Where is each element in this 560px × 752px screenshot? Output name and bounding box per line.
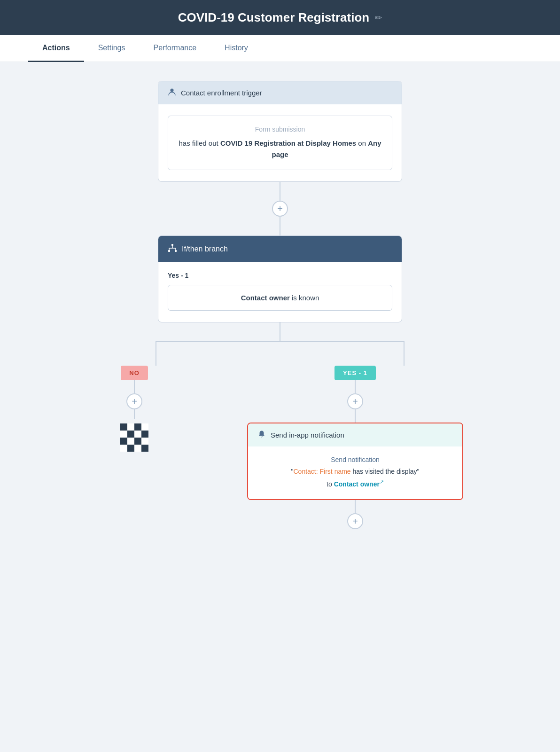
svg-rect-14	[134, 431, 141, 438]
svg-point-0	[171, 89, 174, 92]
to-text: to	[327, 480, 334, 487]
trigger-card-body: Form submission has filled out COVID 19 …	[158, 104, 402, 181]
svg-rect-20	[120, 445, 127, 452]
bottom-add-area: +	[347, 500, 363, 529]
svg-rect-15	[141, 431, 148, 438]
branches-container: NO +	[87, 366, 473, 529]
add-button-1[interactable]: +	[272, 201, 288, 217]
notif-send-label: Send notification	[257, 456, 453, 463]
svg-rect-18	[134, 438, 141, 445]
yes-badge: YES - 1	[334, 366, 376, 380]
connector-line-1	[280, 182, 280, 201]
svg-rect-10	[134, 423, 141, 431]
contact-first-name: Contact: First name	[294, 468, 351, 475]
branch-header-label: If/then branch	[182, 245, 228, 253]
branch-verticals	[87, 342, 473, 366]
trigger-card-header: Contact enrollment trigger	[158, 81, 402, 104]
svg-rect-17	[127, 438, 134, 445]
trigger-card: Contact enrollment trigger Form submissi…	[158, 81, 402, 182]
tab-actions[interactable]: Actions	[28, 35, 84, 62]
connector-line-3	[280, 322, 280, 341]
edit-icon[interactable]: ✏	[375, 13, 382, 23]
form-text-1: has filled out	[179, 139, 220, 147]
no-connector-2	[134, 409, 135, 419]
notif-header-label: Send in-app notification	[271, 431, 344, 439]
svg-rect-23	[141, 445, 148, 452]
notif-card-header: Send in-app notification	[248, 423, 462, 446]
add-button-yes[interactable]: +	[347, 393, 363, 409]
svg-rect-19	[141, 438, 148, 445]
form-text-2: on	[356, 139, 368, 147]
no-badge: NO	[121, 366, 148, 380]
add-button-bottom[interactable]: +	[347, 513, 363, 529]
nav-tabs: Actions Settings Performance History	[0, 35, 560, 62]
person-icon	[168, 88, 176, 98]
yes-connector-1	[355, 380, 356, 393]
svg-rect-1	[171, 244, 173, 246]
app-header: COVID-19 Customer Registration ✏	[0, 0, 560, 35]
tab-performance[interactable]: Performance	[139, 35, 210, 62]
svg-rect-13	[127, 431, 134, 438]
svg-rect-3	[175, 250, 177, 252]
connector-line-2	[280, 217, 280, 235]
no-connector-1	[134, 380, 135, 393]
svg-rect-11	[141, 423, 148, 431]
left-branch-line	[156, 342, 156, 366]
external-link-icon: ↗	[380, 479, 384, 485]
message-middle: has visited the display"	[351, 468, 420, 475]
form-submission-box: Form submission has filled out COVID 19 …	[168, 116, 392, 170]
svg-rect-12	[120, 431, 127, 438]
condition-text: is known	[290, 294, 319, 302]
svg-rect-8	[120, 423, 127, 431]
add-button-no[interactable]: +	[126, 393, 142, 409]
notification-card: Send in-app notification Send notificati…	[247, 423, 463, 500]
bottom-connector	[355, 500, 356, 513]
branch-icon	[168, 243, 177, 255]
yes-connector-2	[355, 409, 356, 423]
notif-card-body: Send notification "Contact: First name h…	[248, 446, 462, 499]
no-branch: NO +	[87, 366, 181, 452]
svg-rect-2	[168, 250, 170, 252]
tab-history[interactable]: History	[210, 35, 262, 62]
branch-card-header: If/then branch	[158, 236, 402, 262]
svg-rect-16	[120, 438, 127, 445]
yes-label: Yes - 1	[168, 272, 392, 279]
yes-branch: YES - 1 + Send in-app notification Send	[238, 366, 473, 529]
workflow-canvas: Contact enrollment trigger Form submissi…	[0, 62, 560, 748]
branch-card-body: Yes - 1 Contact owner is known	[158, 262, 402, 322]
condition-box: Contact owner is known	[168, 285, 392, 311]
form-bold-1: COVID 19 Registration at Display Homes	[220, 139, 356, 147]
page-title: COVID-19 Customer Registration	[178, 10, 369, 25]
bell-icon	[257, 430, 266, 440]
right-branch-line	[404, 342, 404, 366]
svg-rect-22	[134, 445, 141, 452]
form-submission-text: has filled out COVID 19 Registration at …	[178, 138, 382, 160]
svg-rect-21	[127, 445, 134, 452]
svg-rect-9	[127, 423, 134, 431]
trigger-header-label: Contact enrollment trigger	[181, 89, 262, 97]
notif-message: "Contact: First name has visited the dis…	[257, 466, 453, 490]
contact-owner-link[interactable]: Contact owner	[334, 480, 380, 487]
branch-card: If/then branch Yes - 1 Contact owner is …	[158, 235, 402, 322]
condition-bold: Contact owner	[241, 294, 290, 302]
tab-settings[interactable]: Settings	[84, 35, 140, 62]
form-submission-label: Form submission	[178, 125, 382, 133]
end-checkerboard	[120, 423, 148, 452]
